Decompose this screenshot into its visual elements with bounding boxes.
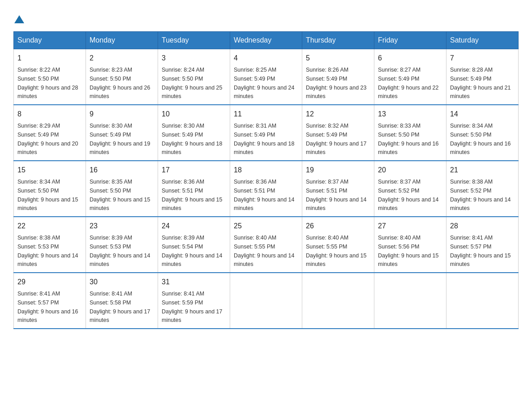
day-sunrise: Sunrise: 8:27 AM — [378, 67, 420, 73]
day-sunset: Sunset: 5:51 PM — [306, 188, 347, 194]
day-header-tuesday: Tuesday — [158, 32, 230, 49]
day-number: 26 — [306, 221, 370, 231]
day-sunset: Sunset: 5:50 PM — [378, 132, 419, 138]
day-number: 2 — [90, 53, 154, 64]
day-sunrise: Sunrise: 8:40 AM — [306, 235, 348, 241]
day-sunrise: Sunrise: 8:38 AM — [450, 179, 493, 185]
day-sunrise: Sunrise: 8:37 AM — [306, 179, 348, 185]
calendar-cell: 26 Sunrise: 8:40 AM Sunset: 5:55 PM Dayl… — [302, 217, 374, 273]
day-daylight: Daylight: 9 hours and 24 minutes — [234, 85, 295, 100]
calendar-cell: 4 Sunrise: 8:25 AM Sunset: 5:49 PM Dayli… — [230, 49, 302, 105]
day-sunrise: Sunrise: 8:41 AM — [17, 291, 60, 297]
calendar-cell: 17 Sunrise: 8:36 AM Sunset: 5:51 PM Dayl… — [158, 161, 230, 217]
day-header-friday: Friday — [374, 32, 446, 49]
day-sunrise: Sunrise: 8:41 AM — [162, 291, 204, 297]
day-daylight: Daylight: 9 hours and 23 minutes — [306, 85, 367, 100]
day-number: 20 — [378, 165, 442, 176]
day-daylight: Daylight: 9 hours and 14 minutes — [90, 253, 150, 268]
day-daylight: Daylight: 9 hours and 17 minutes — [306, 141, 367, 156]
calendar-cell: 10 Sunrise: 8:30 AM Sunset: 5:49 PM Dayl… — [158, 105, 230, 161]
day-sunset: Sunset: 5:56 PM — [378, 244, 419, 250]
day-sunset: Sunset: 5:55 PM — [234, 244, 275, 250]
day-sunset: Sunset: 5:51 PM — [234, 188, 275, 194]
day-daylight: Daylight: 9 hours and 15 minutes — [378, 253, 439, 268]
day-sunset: Sunset: 5:53 PM — [17, 244, 59, 250]
day-sunrise: Sunrise: 8:36 AM — [162, 179, 204, 185]
day-sunset: Sunset: 5:49 PM — [378, 76, 419, 82]
calendar-cell: 24 Sunrise: 8:39 AM Sunset: 5:54 PM Dayl… — [158, 217, 230, 273]
calendar-cell: 6 Sunrise: 8:27 AM Sunset: 5:49 PM Dayli… — [374, 49, 446, 105]
day-header-saturday: Saturday — [446, 32, 519, 49]
day-sunrise: Sunrise: 8:39 AM — [162, 235, 204, 241]
day-sunrise: Sunrise: 8:24 AM — [162, 67, 204, 73]
day-daylight: Daylight: 9 hours and 28 minutes — [17, 85, 78, 100]
day-sunset: Sunset: 5:50 PM — [17, 188, 59, 194]
day-number: 28 — [450, 221, 515, 231]
calendar-cell: 19 Sunrise: 8:37 AM Sunset: 5:51 PM Dayl… — [302, 161, 374, 217]
day-number: 9 — [90, 109, 154, 120]
calendar-cell: 15 Sunrise: 8:34 AM Sunset: 5:50 PM Dayl… — [14, 161, 86, 217]
calendar-week-row: 1 Sunrise: 8:22 AM Sunset: 5:50 PM Dayli… — [14, 49, 519, 105]
day-daylight: Daylight: 9 hours and 14 minutes — [378, 197, 439, 212]
day-daylight: Daylight: 9 hours and 22 minutes — [378, 85, 439, 100]
day-number: 7 — [450, 53, 515, 64]
day-daylight: Daylight: 9 hours and 15 minutes — [162, 197, 223, 212]
day-sunrise: Sunrise: 8:28 AM — [450, 67, 493, 73]
day-sunrise: Sunrise: 8:26 AM — [306, 67, 348, 73]
day-sunrise: Sunrise: 8:33 AM — [378, 123, 420, 129]
logo — [13, 13, 24, 22]
calendar-body: 1 Sunrise: 8:22 AM Sunset: 5:50 PM Dayli… — [14, 49, 519, 329]
day-sunrise: Sunrise: 8:35 AM — [90, 179, 132, 185]
day-daylight: Daylight: 9 hours and 15 minutes — [450, 253, 511, 268]
calendar-cell: 30 Sunrise: 8:41 AM Sunset: 5:58 PM Dayl… — [86, 273, 158, 329]
day-header-monday: Monday — [86, 32, 158, 49]
day-sunset: Sunset: 5:50 PM — [450, 132, 491, 138]
day-number: 3 — [162, 53, 226, 64]
day-sunrise: Sunrise: 8:40 AM — [234, 235, 276, 241]
day-sunset: Sunset: 5:51 PM — [162, 188, 203, 194]
day-sunset: Sunset: 5:49 PM — [90, 132, 131, 138]
day-daylight: Daylight: 9 hours and 18 minutes — [234, 141, 295, 156]
day-sunset: Sunset: 5:49 PM — [306, 132, 347, 138]
calendar-week-row: 15 Sunrise: 8:34 AM Sunset: 5:50 PM Dayl… — [14, 161, 519, 217]
day-daylight: Daylight: 9 hours and 15 minutes — [17, 197, 78, 212]
calendar-cell: 14 Sunrise: 8:34 AM Sunset: 5:50 PM Dayl… — [446, 105, 519, 161]
day-number: 24 — [162, 221, 226, 231]
day-sunset: Sunset: 5:50 PM — [17, 76, 59, 82]
day-daylight: Daylight: 9 hours and 15 minutes — [90, 197, 150, 212]
calendar-cell: 5 Sunrise: 8:26 AM Sunset: 5:49 PM Dayli… — [302, 49, 374, 105]
day-sunrise: Sunrise: 8:30 AM — [90, 123, 132, 129]
day-sunrise: Sunrise: 8:38 AM — [17, 235, 60, 241]
day-daylight: Daylight: 9 hours and 15 minutes — [306, 253, 367, 268]
day-sunrise: Sunrise: 8:25 AM — [234, 67, 276, 73]
day-number: 27 — [378, 221, 442, 231]
day-daylight: Daylight: 9 hours and 16 minutes — [378, 141, 439, 156]
day-header-thursday: Thursday — [302, 32, 374, 49]
day-daylight: Daylight: 9 hours and 17 minutes — [162, 308, 223, 324]
day-number: 17 — [162, 165, 226, 176]
day-sunset: Sunset: 5:50 PM — [90, 76, 131, 82]
day-sunrise: Sunrise: 8:31 AM — [234, 123, 276, 129]
day-daylight: Daylight: 9 hours and 19 minutes — [90, 141, 150, 156]
day-sunrise: Sunrise: 8:34 AM — [450, 123, 493, 129]
calendar-week-row: 8 Sunrise: 8:29 AM Sunset: 5:49 PM Dayli… — [14, 105, 519, 161]
calendar-week-row: 22 Sunrise: 8:38 AM Sunset: 5:53 PM Dayl… — [14, 217, 519, 273]
day-daylight: Daylight: 9 hours and 21 minutes — [450, 85, 511, 100]
day-header-sunday: Sunday — [14, 32, 86, 49]
day-number: 5 — [306, 53, 370, 64]
day-number: 11 — [234, 109, 298, 120]
calendar-cell: 25 Sunrise: 8:40 AM Sunset: 5:55 PM Dayl… — [230, 217, 302, 273]
logo-triangle-icon — [14, 14, 24, 24]
page-header — [13, 13, 519, 22]
day-header-wednesday: Wednesday — [230, 32, 302, 49]
calendar-cell: 29 Sunrise: 8:41 AM Sunset: 5:57 PM Dayl… — [14, 273, 86, 329]
day-sunset: Sunset: 5:49 PM — [234, 132, 275, 138]
day-number: 13 — [378, 109, 442, 120]
day-sunset: Sunset: 5:50 PM — [90, 188, 131, 194]
day-number: 15 — [17, 165, 82, 176]
day-sunset: Sunset: 5:55 PM — [306, 244, 347, 250]
day-sunset: Sunset: 5:54 PM — [162, 244, 203, 250]
day-daylight: Daylight: 9 hours and 20 minutes — [17, 141, 78, 156]
day-number: 6 — [378, 53, 442, 64]
calendar-table: SundayMondayTuesdayWednesdayThursdayFrid… — [13, 31, 519, 329]
